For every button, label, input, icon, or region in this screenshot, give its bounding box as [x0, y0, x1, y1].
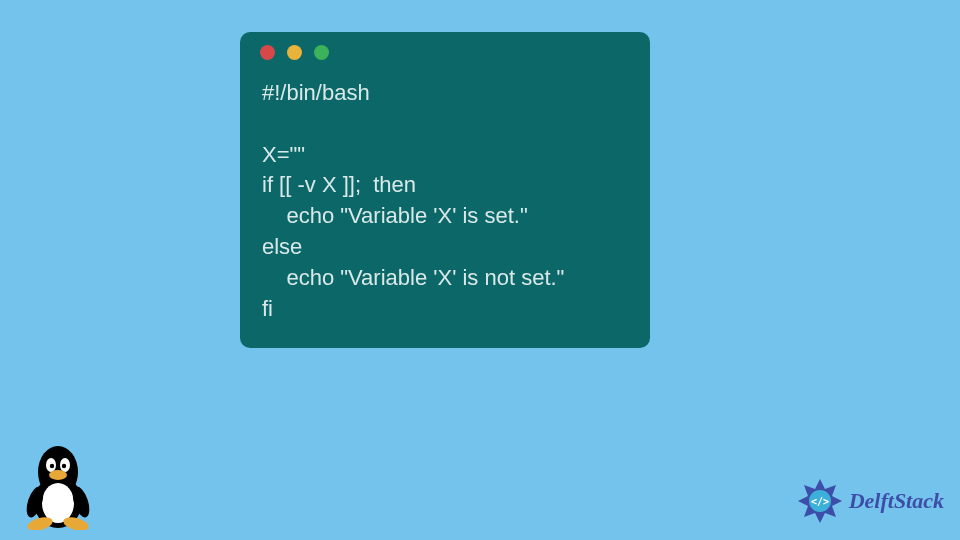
close-icon[interactable] — [260, 45, 275, 60]
tux-penguin-icon — [20, 440, 96, 530]
zoom-icon[interactable] — [314, 45, 329, 60]
window-titlebar — [240, 32, 650, 72]
svg-point-2 — [42, 483, 74, 523]
delftstack-logo-icon: </> — [795, 476, 845, 526]
svg-point-6 — [62, 464, 66, 468]
svg-point-7 — [49, 470, 67, 480]
brand-name: DelftStack — [849, 488, 944, 514]
brand-badge: </> DelftStack — [795, 476, 944, 526]
minimize-icon[interactable] — [287, 45, 302, 60]
svg-text:</>: </> — [811, 496, 829, 507]
svg-point-5 — [50, 464, 54, 468]
code-window: #!/bin/bash X="" if [[ -v X ]]; then ech… — [240, 32, 650, 348]
code-block: #!/bin/bash X="" if [[ -v X ]]; then ech… — [240, 72, 650, 338]
